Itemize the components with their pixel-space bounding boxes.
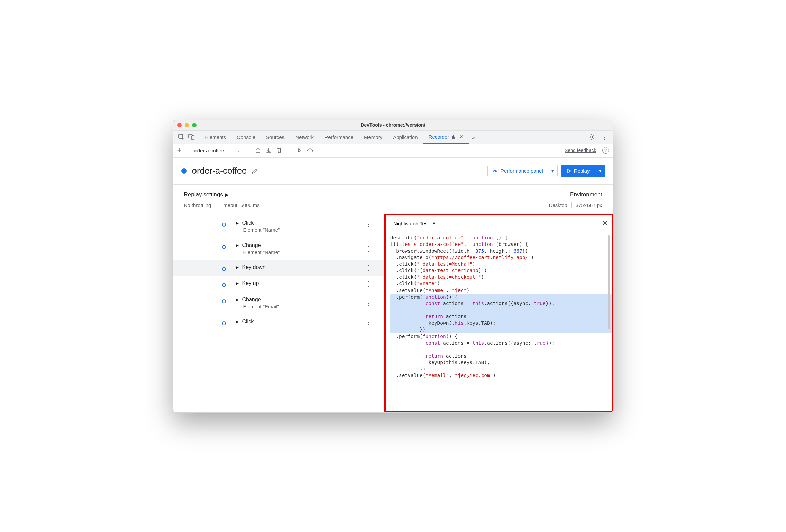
replay-settings-row: Replay settings ▶ Environment xyxy=(173,185,613,200)
replay-settings-sub: No throttling Timeout: 5000 ms Desktop 3… xyxy=(173,200,613,214)
export-icon[interactable] xyxy=(255,147,261,154)
window-title: DevTools - chrome://version/ xyxy=(173,122,613,128)
step-title: Change xyxy=(242,297,261,303)
step-item[interactable]: ▶Key up ⋮ xyxy=(173,276,384,292)
throttling-value: No throttling xyxy=(184,202,211,208)
code-export-pane: Nightwatch Test ▼ ✕ describe("order-a-co… xyxy=(384,214,613,412)
step-marker xyxy=(222,267,226,271)
tab-elements[interactable]: Elements xyxy=(200,131,232,144)
tab-recorder[interactable]: Recorder ✕ xyxy=(423,131,469,144)
viewport-value: 375×667 px xyxy=(576,202,602,208)
export-format-label: Nightwatch Test xyxy=(393,221,429,226)
play-icon xyxy=(567,169,571,173)
replay-dropdown[interactable]: ▾ xyxy=(596,165,605,177)
new-recording-button[interactable]: + xyxy=(177,146,182,155)
environment-value: Desktop xyxy=(549,202,567,208)
send-feedback-link[interactable]: Send feedback xyxy=(565,148,596,153)
tab-recorder-label: Recorder xyxy=(429,134,449,140)
step-item[interactable]: ▶Change Element "Name" ⋮ xyxy=(173,237,384,260)
close-tab-icon[interactable]: ✕ xyxy=(459,134,463,139)
step-marker xyxy=(222,283,226,287)
step-menu-icon[interactable]: ⋮ xyxy=(366,300,372,306)
tab-sources[interactable]: Sources xyxy=(261,131,290,144)
edit-title-icon[interactable] xyxy=(251,168,258,174)
step-over-icon[interactable] xyxy=(306,147,314,154)
caret-right-icon: ▶ xyxy=(236,281,239,286)
step-marker xyxy=(222,245,226,249)
step-menu-icon[interactable]: ⋮ xyxy=(366,280,372,287)
close-icon[interactable]: ✕ xyxy=(602,219,608,228)
performance-panel-dropdown[interactable]: ▾ xyxy=(548,165,558,177)
step-title: Click xyxy=(242,220,254,226)
step-subtitle: Element "Email" xyxy=(243,304,366,309)
step-subtitle: Element "Name" xyxy=(243,249,366,255)
inspect-element-icon[interactable] xyxy=(178,134,185,140)
tab-performance[interactable]: Performance xyxy=(319,131,359,144)
tab-memory[interactable]: Memory xyxy=(359,131,388,144)
device-toolbar-icon[interactable] xyxy=(188,134,195,140)
step-marker xyxy=(222,321,226,325)
step-title: Change xyxy=(242,242,261,248)
step-marker xyxy=(222,223,226,227)
help-icon[interactable]: ? xyxy=(602,147,609,154)
close-window-button[interactable] xyxy=(177,123,182,127)
kebab-menu-icon[interactable]: ⋮ xyxy=(601,133,608,141)
step-title: Key up xyxy=(242,280,259,286)
recording-header: order-a-coffee Performance panel ▾ Repla… xyxy=(173,158,613,185)
delete-icon[interactable] xyxy=(276,147,282,154)
replay-settings-label[interactable]: Replay settings xyxy=(184,191,223,198)
replay-button[interactable]: Replay xyxy=(561,165,596,177)
code-content[interactable]: describe("order-a-coffee", function () {… xyxy=(386,232,612,411)
tab-console[interactable]: Console xyxy=(231,131,261,144)
scrollbar[interactable] xyxy=(608,235,610,329)
recorder-toolbar: + order-a-coffee ⌄ Send feedback ? xyxy=(173,144,613,158)
gauge-icon xyxy=(492,168,498,174)
step-play-icon[interactable] xyxy=(295,147,302,154)
caret-right-icon: ▶ xyxy=(236,265,239,270)
recording-status-dot xyxy=(181,168,187,174)
step-item[interactable]: ▶Click Element "Name" ⋮ xyxy=(173,215,384,237)
step-item[interactable]: ▶Change Element "Email" ⋮ xyxy=(173,292,384,314)
caret-right-icon: ▶ xyxy=(236,319,239,324)
timeout-value: Timeout: 5000 ms xyxy=(219,202,260,208)
recorder-main: ▶Click Element "Name" ⋮ ▶Change Element … xyxy=(173,214,613,412)
caret-right-icon: ▶ xyxy=(236,221,239,225)
minimize-window-button[interactable] xyxy=(185,123,189,127)
step-subtitle: Element "Name" xyxy=(243,227,366,233)
tab-application[interactable]: Application xyxy=(388,131,423,144)
window-controls xyxy=(177,123,196,127)
devtools-tabbar: Elements Console Sources Network Perform… xyxy=(173,131,613,144)
export-format-select[interactable]: Nightwatch Test ▼ xyxy=(390,218,440,228)
svg-point-3 xyxy=(591,136,593,138)
recording-selector[interactable]: order-a-coffee xyxy=(192,148,224,154)
step-menu-icon[interactable]: ⋮ xyxy=(366,223,372,230)
more-tabs-icon[interactable]: » xyxy=(468,131,478,144)
performance-panel-button[interactable]: Performance panel xyxy=(487,165,548,177)
replay-label: Replay xyxy=(574,168,590,174)
titlebar: DevTools - chrome://version/ xyxy=(173,120,613,131)
step-menu-icon[interactable]: ⋮ xyxy=(366,319,372,325)
caret-right-icon: ▶ xyxy=(236,297,239,302)
replay-settings-caret-icon[interactable]: ▶ xyxy=(225,192,229,198)
step-title: Key down xyxy=(242,264,266,270)
svg-rect-2 xyxy=(192,136,194,140)
devtools-window: DevTools - chrome://version/ Elements Co… xyxy=(173,120,614,413)
step-title: Click xyxy=(242,319,254,325)
steps-panel: ▶Click Element "Name" ⋮ ▶Change Element … xyxy=(173,214,384,412)
flask-icon xyxy=(451,134,456,139)
step-marker xyxy=(222,299,226,303)
step-menu-icon[interactable]: ⋮ xyxy=(366,245,372,252)
import-icon[interactable] xyxy=(266,147,272,154)
svg-point-4 xyxy=(310,152,311,153)
step-menu-icon[interactable]: ⋮ xyxy=(366,264,372,271)
tab-network[interactable]: Network xyxy=(290,131,319,144)
chevron-down-icon[interactable]: ⌄ xyxy=(237,148,240,153)
zoom-window-button[interactable] xyxy=(192,123,196,127)
environment-label: Environment xyxy=(570,191,602,198)
chevron-down-icon: ▼ xyxy=(432,221,436,225)
recording-title: order-a-coffee xyxy=(192,166,247,176)
step-item[interactable]: ▶Key down ⋮ xyxy=(173,260,384,276)
performance-panel-label: Performance panel xyxy=(501,168,543,174)
gear-icon[interactable] xyxy=(588,134,595,140)
step-item[interactable]: ▶Click ⋮ xyxy=(173,314,384,330)
